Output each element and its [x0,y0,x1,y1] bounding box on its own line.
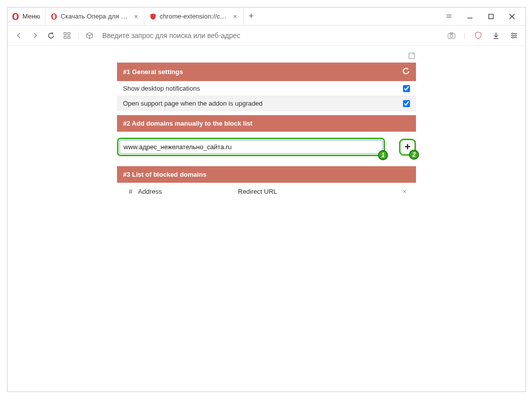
svg-rect-12 [64,36,66,39]
close-icon[interactable]: × [231,13,239,21]
svg-point-17 [450,35,453,38]
add-domain-row: 1 + 2 [117,132,416,162]
add-button-wrap: + 2 [399,139,416,156]
window-controls [438,8,522,25]
popout-icon[interactable] [408,53,415,61]
delete-column-icon[interactable]: × [399,188,410,195]
setting-row-notifications: Show desktop notifications [117,81,416,96]
svg-marker-14 [86,33,92,36]
section-head-general: #1 General settings [117,63,416,81]
tab-title: Скачать Опера для компь [60,13,129,20]
close-window-button[interactable] [502,8,522,25]
section-title: #3 List of blocked domains [123,171,206,178]
svg-rect-13 [68,36,70,39]
new-tab-button[interactable]: + [244,8,258,25]
checkbox-supportpage[interactable] [403,100,410,107]
tab-0[interactable]: Скачать Опера для компь × [46,8,144,25]
shield-icon [150,13,156,20]
svg-point-26 [512,37,514,38]
section-title: #2 Add domains manually to the block lis… [123,120,252,127]
address-toolbar: | | [8,26,526,46]
domain-input[interactable] [117,138,385,156]
reload-button[interactable] [46,30,56,41]
speed-dial-icon[interactable] [62,30,72,41]
section-head-add-domains: #2 Add domains manually to the block lis… [117,115,416,132]
col-address: Address [138,188,238,195]
annotation-badge-2: 2 [409,150,419,160]
blocked-table-header: # Address Redirect URL × [117,183,416,200]
tab-1[interactable]: chrome-extension://chnfki × [144,8,244,25]
menu-button[interactable]: Меню [8,8,46,25]
refresh-icon[interactable] [402,67,410,77]
forward-button[interactable] [30,30,40,41]
menu-label: Меню [22,13,40,20]
opera-icon [50,13,58,20]
section-title: #1 General settings [123,68,183,76]
separator: | [78,32,79,39]
svg-rect-7 [489,14,494,19]
opera-icon [12,13,20,21]
page-content: #1 General settings Show desktop notific… [8,46,526,391]
setting-label: Open support page when the addon is upgr… [123,100,403,107]
svg-point-25 [515,35,516,36]
download-icon[interactable] [490,30,502,41]
browser-window: Меню Скачать Опера для компь × chrome-ex… [7,7,526,392]
checkbox-notifications[interactable] [403,85,410,92]
annotation-badge-1: 1 [378,150,388,160]
maximize-button[interactable] [480,8,502,25]
col-hash: # [123,188,138,195]
settings-icon[interactable] [508,30,520,41]
tab-title: chrome-extension://chnfki [160,13,228,20]
tab-strip: Меню Скачать Опера для компь × chrome-ex… [8,8,526,26]
col-redirect: Redirect URL [238,188,399,195]
anchor-row [117,51,416,63]
more-icon[interactable] [438,8,460,25]
svg-point-24 [512,33,514,34]
address-input[interactable] [100,30,440,42]
section-head-blocked-list: #3 List of blocked domains [117,166,416,183]
svg-point-3 [53,14,56,19]
domain-input-wrap: 1 [117,138,385,156]
cube-icon[interactable] [84,30,95,41]
svg-marker-29 [406,68,409,70]
setting-label: Show desktop notifications [123,85,403,92]
camera-icon[interactable] [446,30,457,41]
setting-row-supportpage: Open support page when the addon is upgr… [117,96,416,111]
svg-rect-11 [68,33,70,35]
svg-rect-27 [409,53,414,59]
minimize-button[interactable] [460,8,480,25]
close-icon[interactable]: × [132,13,140,21]
settings-panel: #1 General settings Show desktop notific… [117,63,416,200]
svg-rect-10 [64,33,66,35]
svg-point-1 [14,14,17,19]
separator: | [464,32,466,39]
extension-shield-icon[interactable] [472,30,484,41]
back-button[interactable] [14,30,24,41]
